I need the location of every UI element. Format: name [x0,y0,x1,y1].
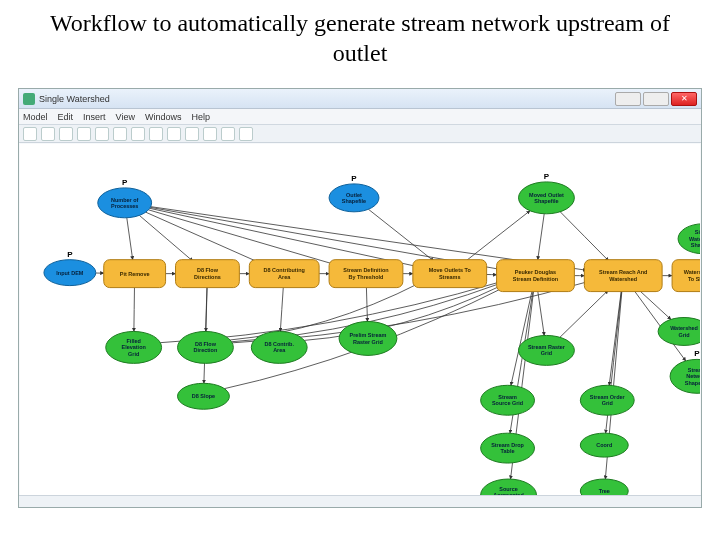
node-stream_raster[interactable]: Stream RasterGrid [519,335,575,365]
tool-validate-icon[interactable] [167,127,181,141]
node-label: Stream DefinitionBy Threshold [343,267,388,279]
node-stream_src[interactable]: StreamSource Grid [481,385,535,415]
menu-windows[interactable]: Windows [145,112,182,122]
node-moved_outlet[interactable]: Moved OutletShapefileP [519,172,575,214]
parameter-marker: P [544,172,550,181]
tool-print-icon[interactable] [41,127,55,141]
connector [538,292,544,336]
titlebar: Single Watershed [19,89,701,109]
maximize-button[interactable] [643,92,669,106]
connector [150,208,418,266]
menu-model[interactable]: Model [23,112,48,122]
tool-zoomout-icon[interactable] [203,127,217,141]
tool-pan-icon[interactable] [221,127,235,141]
parameter-marker: P [67,250,73,259]
modelbuilder-window: Single Watershed Model Edit Insert View … [18,88,702,508]
node-d8_flowdir_out[interactable]: D8 FlowDirection [178,331,234,363]
connector [560,290,608,337]
node-stream_order[interactable]: Stream OrderGrid [580,385,634,415]
parameter-marker: P [351,174,357,183]
node-prelim_stream[interactable]: Prelim StreamRaster Grid [339,321,397,355]
tool-zoomin-icon[interactable] [185,127,199,141]
connector [639,290,671,319]
window-title: Single Watershed [39,94,110,104]
menu-help[interactable]: Help [191,112,210,122]
node-d8_flowdir[interactable]: D8 FlowDirections [176,260,240,288]
node-label: Prelim StreamRaster Grid [350,332,387,344]
node-label: Input DEM [56,270,83,276]
connector [127,218,133,260]
node-peuker[interactable]: Peuker DouglasStream Definition [497,260,575,292]
slide-title: Workflow to automatically generate strea… [0,0,720,68]
tool-copy-icon[interactable] [77,127,91,141]
node-label: Coord [596,442,612,448]
connector [538,214,544,260]
tool-connect-icon[interactable] [131,127,145,141]
app-icon [23,93,35,105]
menu-view[interactable]: View [116,112,135,122]
connector [134,288,135,332]
node-label: D8 FlowDirections [194,267,221,279]
node-stream_drop[interactable]: Stream DropTable [481,433,535,463]
connector [366,288,367,322]
node-input_dem[interactable]: Input DEMP [44,250,96,286]
node-tree[interactable]: Tree [580,479,628,495]
menubar: Model Edit Insert View Windows Help [19,109,701,125]
node-stream_reach[interactable]: Stream Reach AndWatershed [584,260,662,292]
connector [148,210,336,265]
menu-insert[interactable]: Insert [83,112,106,122]
tool-cut-icon[interactable] [59,127,73,141]
tool-save-icon[interactable] [23,127,37,141]
workflow-diagram: Number ofProcessesPOutletShapefilePMoved… [20,144,700,495]
node-stream_net[interactable]: StreamNetworkShapefileP [670,349,700,393]
node-single_ws[interactable]: SingleWatershedShapefileP [678,214,700,254]
tool-add-icon[interactable] [113,127,127,141]
tool-select-icon[interactable] [239,127,253,141]
connector [139,215,193,261]
node-stream_def[interactable]: Stream DefinitionBy Threshold [329,260,403,288]
node-d8_contrib[interactable]: D8 ContributingArea [249,260,319,288]
node-label: D8 FlowDirection [194,341,218,353]
node-label: StreamNetworkShapefile [685,367,700,386]
connector [368,209,433,261]
minimize-button[interactable] [615,92,641,106]
node-num_proc[interactable]: Number ofProcessesP [98,178,152,218]
close-button[interactable] [671,92,697,106]
toolbar [19,125,701,143]
parameter-marker: P [694,349,700,358]
node-d8_slope[interactable]: D8 Slope [178,383,230,409]
parameter-marker: P [122,178,128,187]
tool-run-icon[interactable] [149,127,163,141]
node-pit_remove[interactable]: Pit Remove [104,260,166,288]
node-coord[interactable]: Coord [580,433,628,457]
menu-edit[interactable]: Edit [58,112,74,122]
connector [560,212,608,261]
node-src_agg[interactable]: SourceAggregatedGrid [481,479,537,495]
node-filled_elev[interactable]: FilledElevationGrid [106,331,162,363]
tool-paste-icon[interactable] [95,127,109,141]
node-outlet_shp[interactable]: OutletShapefileP [329,174,379,212]
model-canvas[interactable]: Number ofProcessesPOutletShapefilePMoved… [20,144,700,495]
node-label: D8 Slope [192,393,215,399]
node-ws_to_shp[interactable]: Watershed GridTo Shapefile [672,260,700,292]
node-label: Number ofProcesses [111,197,139,209]
node-watershed_grid[interactable]: WatershedGrid [658,318,700,346]
statusbar [19,495,701,507]
node-d8_contrib_out[interactable]: D8 Contrib.Area [251,331,307,363]
node-label: Peuker DouglasStream Definition [513,269,558,281]
connector [280,288,283,332]
connector [466,211,530,261]
node-move_outlets[interactable]: Move Outlets ToStreams [413,260,487,288]
node-label: Tree [599,488,610,494]
node-label: Pit Remove [120,271,150,277]
